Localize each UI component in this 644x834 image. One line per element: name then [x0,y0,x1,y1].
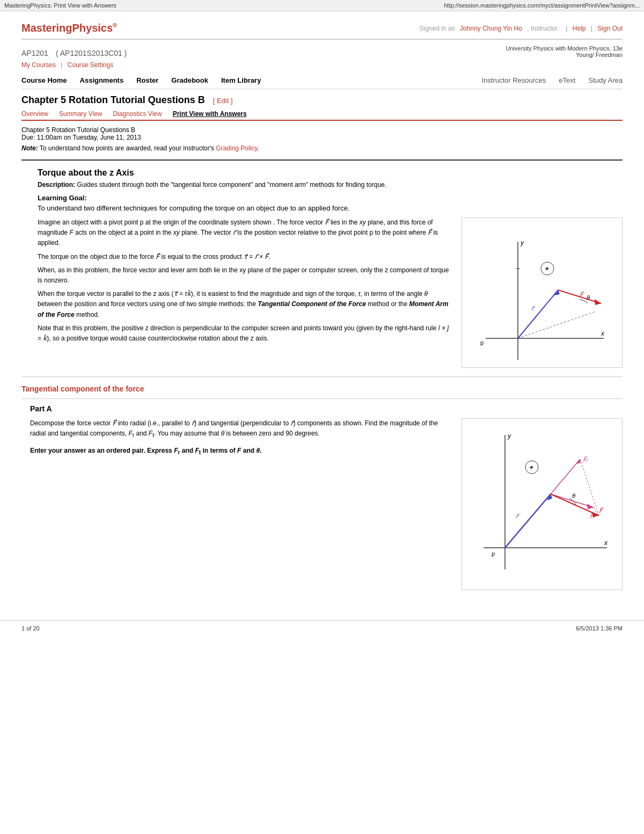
svg-marker-29 [587,504,594,509]
svg-marker-9 [595,299,601,305]
learning-goal: Learning Goal: To understand two differe… [21,194,623,212]
svg-text:θ: θ [587,294,590,301]
svg-text:p: p [480,339,484,346]
timestamp: 6/5/2013 1:36 PM [576,625,623,632]
tangential-section: Tangential component of the force Part A… [21,385,623,590]
section-divider-part [21,398,623,399]
assignment-meta: Chapter 5 Rotation Tutorial Questions B … [21,126,623,152]
part-a-body: Decompose the force vector F⃗ into radia… [21,418,623,590]
tab-summary-view[interactable]: Summary View [59,110,102,118]
grading-policy-link[interactable]: Grading Policy [216,144,257,152]
assignment-name-line: Chapter 5 Rotation Tutorial Questions B [21,126,623,134]
nav-item-library[interactable]: Item Library [221,76,261,84]
svg-line-22 [505,494,551,548]
assignment-note: Note: To understand how points are award… [21,144,623,152]
nav-gradebook[interactable]: Gradebook [171,76,208,84]
nav-assignments[interactable]: Assignments [80,76,124,84]
help-link[interactable]: Help [573,25,586,32]
svg-point-15 [546,267,548,270]
svg-text:x: x [604,539,608,547]
part-a-diagram: x y p r⃗ F⃗r F⃗t [462,418,623,590]
tangential-heading: Tangential component of the force [21,385,623,393]
learning-goal-label: Learning Goal: [38,194,623,202]
svg-text:r⃗: r⃗ [516,513,520,519]
course-right: University Physics with Modern Physics, … [506,45,623,58]
svg-point-39 [531,466,533,468]
site-header: MasteringPhysics® Signed in as Johnny Ch… [21,17,623,40]
header-nav: Signed in as Johnny Chung Yin Ho , Instr… [416,25,623,32]
page-wrapper: MasteringPhysics® Signed in as Johnny Ch… [0,11,644,610]
svg-text:p: p [492,550,495,557]
user-link[interactable]: Johnny Chung Yin Ho [460,25,522,32]
svg-text:F⃗: F⃗ [580,291,584,298]
svg-text:y: y [520,239,524,246]
nav-instructor-resources[interactable]: Instructor Resources [481,76,546,84]
edit-link[interactable]: [ Edit ] [213,97,233,105]
svg-line-5 [518,290,558,338]
torque-diagram: x y p r⃗ F⃗ θ [462,217,623,368]
svg-text:x: x [601,330,605,337]
browser-bar: MasteringPhysics: Print View with Answer… [0,0,644,11]
section-divider-main [21,159,623,161]
torque-title: Torque about the z Axis [21,168,623,178]
course-title-bar: AP1201 ( AP1201S2013C01 ) My Courses | C… [21,45,623,69]
part-a-diagram-svg: x y p r⃗ F⃗r F⃗t [462,419,618,585]
torque-description: Description: Guides student through both… [21,181,623,188]
part-a-text: Decompose the force vector F⃗ into radia… [30,418,453,590]
torque-text: Imagine an object with a pivot point p a… [21,217,453,368]
section-divider-tangential [21,376,623,377]
svg-text:y: y [507,432,511,440]
svg-line-25 [551,459,580,494]
nav-course-home[interactable]: Course Home [21,76,67,84]
assignment-header: Chapter 5 Rotation Tutorial Questions B … [21,95,623,152]
assignment-title: Chapter 5 Rotation Tutorial Questions B … [21,95,623,106]
tab-diagnostics-view[interactable]: Diagnostics View [113,110,162,118]
browser-url: http://session.masteringphysics.com/myct… [444,2,640,9]
svg-text:r⃗: r⃗ [531,305,536,311]
torque-diagram-svg: x y p r⃗ F⃗ θ [464,220,620,365]
main-nav: Course Home Assignments Roster Gradebook… [21,72,623,89]
torque-section: Torque about the z Axis Description: Gui… [21,168,623,368]
svg-marker-26 [576,459,581,464]
tab-print-view[interactable]: Print View with Answers [173,110,247,118]
view-tabs: Overview Summary View Diagnostics View P… [21,110,623,121]
footer-bar: 1 of 20 6/5/2013 1:36 PM [0,620,644,636]
page-info: 1 of 20 [21,625,40,632]
svg-text:F⃗: F⃗ [599,507,603,514]
browser-title: MasteringPhysics: Print View with Answer… [4,2,116,9]
part-a-label: Part A [21,404,623,413]
my-courses-link[interactable]: My Courses [21,61,56,69]
site-logo: MasteringPhysics® [21,22,117,34]
course-code: AP1201 ( AP1201S2013C01 ) [21,45,127,59]
svg-text:θ: θ [572,492,575,499]
tab-overview[interactable]: Overview [21,110,48,118]
assignment-due-line: Due: 11:00am on Tuesday, June 11, 2013 [21,134,623,141]
course-left: AP1201 ( AP1201S2013C01 ) My Courses | C… [21,45,127,69]
nav-right: Instructor Resources eText Study Area [481,76,623,84]
course-links: My Courses | Course Settings [21,61,127,69]
torque-body: Imagine an object with a pivot point p a… [21,217,623,368]
nav-roster[interactable]: Roster [136,76,158,84]
course-settings-link[interactable]: Course Settings [68,61,113,69]
learning-goal-text: To understand two different techniques f… [38,204,623,212]
svg-text:F⃗r: F⃗r [583,456,588,463]
nav-study-area[interactable]: Study Area [588,76,623,84]
nav-etext[interactable]: eText [559,76,575,84]
sign-out-link[interactable]: Sign Out [597,25,623,32]
